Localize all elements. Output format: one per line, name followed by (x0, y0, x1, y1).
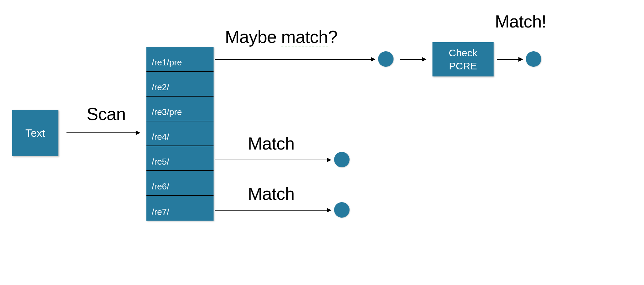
stack-row-3: /re3/pre (146, 97, 214, 121)
circle-final-match (526, 51, 541, 67)
match-label-2: Match (248, 184, 294, 204)
check-pcre-line2: PCRE (449, 59, 477, 72)
circle-match-1 (334, 152, 350, 167)
regex-stack: /re1/pre /re2/ /re3/pre /re4/ /re5/ /re6… (146, 47, 214, 221)
match-label-1: Match (248, 133, 294, 154)
stack-row-2: /re2/ (146, 72, 214, 97)
maybe-match-label: Maybe match? (225, 27, 337, 47)
arrow-re5-to-match1 (215, 160, 331, 160)
circle-maybe (378, 51, 394, 67)
arrow-maybe-to-pcre (400, 59, 426, 60)
maybe-match-word: match (281, 27, 328, 47)
text-block: Text (12, 110, 58, 156)
match-exclaim-label: Match! (495, 11, 546, 32)
maybe-match-post: ? (328, 27, 337, 47)
circle-match-2 (334, 202, 350, 218)
stack-row-4: /re4/ (146, 121, 214, 146)
stack-row-5: /re5/ (146, 146, 214, 171)
scan-label: Scan (87, 104, 126, 124)
check-pcre-line1: Check (449, 46, 477, 59)
arrow-re1-to-maybe (215, 59, 375, 60)
arrow-pcre-to-final (497, 59, 522, 60)
text-block-label: Text (26, 127, 45, 139)
stack-row-1: /re1/pre (146, 47, 214, 72)
maybe-match-pre: Maybe (225, 27, 281, 47)
arrow-re7-to-match2 (215, 210, 331, 211)
arrow-text-to-stack (66, 132, 140, 133)
check-pcre-block: Check PCRE (432, 42, 494, 76)
stack-row-7: /re7/ (146, 196, 214, 221)
stack-row-6: /re6/ (146, 171, 214, 196)
